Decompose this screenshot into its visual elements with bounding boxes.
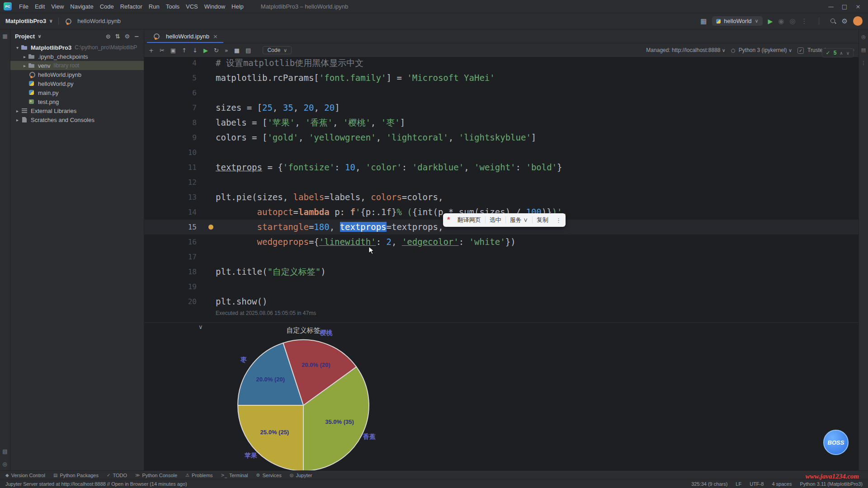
prev-cell-icon[interactable]: ∧ <box>840 51 843 56</box>
menu-tools[interactable]: Tools <box>163 2 183 11</box>
boss-overlay-badge[interactable]: BOSS <box>823 430 849 455</box>
tree-item-helloworld-ipynb[interactable]: helloWorld.ipynb <box>10 70 144 79</box>
chevron-down-icon[interactable]: ∨ <box>38 33 42 39</box>
structure-tool-icon[interactable]: ▤ <box>2 448 7 455</box>
code-line-10[interactable]: 10 <box>144 145 859 160</box>
tree-item--ipynb-checkpoints[interactable]: ▸.ipynb_checkpoints <box>10 52 144 61</box>
tree-item-matplotlibpro3[interactable]: ▾MatplotlibPro3C:\python_pro\MatplotlibP <box>10 43 144 52</box>
menu-edit[interactable]: Edit <box>32 2 48 11</box>
collapsed-arrow-icon[interactable]: ▸ <box>14 117 21 122</box>
popup-action[interactable]: 翻译网页 <box>453 216 485 223</box>
run-cell-icon[interactable]: ▶ <box>203 47 208 54</box>
cut-cell-icon[interactable]: ✂ <box>160 47 165 54</box>
toolwindow-services[interactable]: ⚙Services <box>256 473 282 478</box>
copy-cell-icon[interactable]: ▣ <box>170 47 176 54</box>
status-caret-position[interactable]: 325:34 (9 chars) <box>691 481 727 487</box>
tree-item-external-libraries[interactable]: ▸External Libraries <box>10 106 144 115</box>
coverage-button[interactable]: ◎ <box>789 17 795 25</box>
toolwindow-version-control[interactable]: ◆Version Control <box>5 473 45 478</box>
run-config-selector[interactable]: helloWorld ∨ <box>712 16 762 26</box>
menu-window[interactable]: Window <box>201 2 228 11</box>
menu-file[interactable]: File <box>16 2 32 11</box>
status-encoding[interactable]: UTF-8 <box>750 481 764 487</box>
code-line-7[interactable]: 7sizes = [25, 35, 20, 20] <box>144 100 859 115</box>
code-line-19[interactable]: 19 <box>144 279 859 294</box>
code-line-18[interactable]: 18plt.title("自定义标签") <box>144 264 859 279</box>
code-line-20[interactable]: 20plt.show() <box>144 294 859 309</box>
run-all-cells-icon[interactable]: » <box>225 47 228 54</box>
close-tab-icon[interactable]: × <box>213 33 218 40</box>
server-selector[interactable]: Managed: http://localhost:8888 ∨ <box>646 47 726 53</box>
status-interpreter[interactable]: Python 3.11 (MatplotlibPro3) <box>800 481 863 487</box>
notifications-icon[interactable]: ◎ <box>861 34 866 40</box>
trusted-checkbox[interactable]: ✓ Trusted <box>797 47 826 54</box>
code-line-12[interactable]: 12 <box>144 175 859 190</box>
code-line-13[interactable]: 13plt.pie(sizes, labels=labels, colors=c… <box>144 190 859 205</box>
status-message[interactable]: Jupyter Server started at http://localho… <box>5 481 187 487</box>
interrupt-kernel-icon[interactable]: ■ <box>234 47 240 54</box>
layout-icon[interactable]: ▦ <box>700 17 707 25</box>
toolwindow-todo[interactable]: ✓TODO <box>107 473 127 478</box>
next-cell-icon[interactable]: ∨ <box>846 51 849 56</box>
tree-item-helloworld-py[interactable]: helloWorld.py <box>10 79 144 88</box>
code-line-17[interactable]: 17 <box>144 249 859 264</box>
toolwindow-jupyter[interactable]: ◎Jupyter <box>290 473 312 478</box>
breakpoint-dot[interactable] <box>208 225 213 230</box>
menu-view[interactable]: View <box>48 2 67 11</box>
kernel-selector[interactable]: ○ Python 3 (ipykernel) ∨ <box>731 47 792 53</box>
popup-action[interactable]: 服务 ∨ <box>505 216 532 223</box>
menu-navigate[interactable]: Navigate <box>67 2 96 11</box>
minimize-icon[interactable]: — <box>825 3 837 10</box>
maximize-icon[interactable]: □ <box>838 3 851 10</box>
code-line-4[interactable]: 4# 设置matplotlib使用黑体显示中文 <box>144 56 859 70</box>
close-icon[interactable]: × <box>852 3 864 10</box>
menu-vcs[interactable]: VCS <box>183 2 201 11</box>
code-line-16[interactable]: 16 wedgeprops={'linewidth': 2, 'edgecolo… <box>144 235 859 249</box>
tree-item-main-py[interactable]: main.py <box>10 88 144 97</box>
toolwindow-python-packages[interactable]: ▤Python Packages <box>53 473 99 478</box>
code-line-6[interactable]: 6 <box>144 85 859 100</box>
search-everywhere-icon[interactable] <box>830 18 836 24</box>
tree-item-scratches-and-consoles[interactable]: ▸Scratches and Consoles <box>10 115 144 124</box>
expanded-arrow-icon[interactable]: ▾ <box>14 45 21 50</box>
code-editor[interactable]: 4# 设置matplotlib使用黑体显示中文5matplotlib.rcPar… <box>144 56 859 309</box>
status-line-ending[interactable]: LF <box>736 481 741 487</box>
user-avatar[interactable] <box>853 16 863 26</box>
code-line-11[interactable]: 11textprops = {'fontsize': 10, 'color': … <box>144 160 859 175</box>
more-tools-icon[interactable]: ⋮ <box>861 60 866 66</box>
status-indent[interactable]: 4 spaces <box>772 481 792 487</box>
toolwindow-python-console[interactable]: ≫Python Console <box>135 473 177 478</box>
collapsed-arrow-icon[interactable]: ▸ <box>21 63 28 68</box>
clear-outputs-icon[interactable]: ▤ <box>245 47 251 54</box>
code-line-8[interactable]: 8labels = ['苹果', '香蕉', '樱桃', '枣'] <box>144 115 859 130</box>
popup-action[interactable]: 复制 <box>532 216 552 223</box>
toolwindow-problems[interactable]: ⚠Problems <box>185 473 212 478</box>
sciview-tool-icon[interactable]: ▤ <box>861 47 866 53</box>
popup-action[interactable]: 选中 <box>485 216 505 223</box>
move-cell-up-icon[interactable]: ↑ <box>182 47 187 54</box>
menu-run[interactable]: Run <box>146 2 163 11</box>
inspections-widget[interactable]: ✓ 5 ∧ ∨ <box>822 48 854 57</box>
debug-button[interactable]: ◉ <box>778 17 784 25</box>
restart-kernel-icon[interactable]: ↻ <box>214 47 219 54</box>
bookmarks-tool-icon[interactable]: ◎ <box>2 461 7 467</box>
hide-panel-icon[interactable]: − <box>134 33 139 40</box>
locate-file-icon[interactable]: ⊙ <box>106 33 111 40</box>
menu-code[interactable]: Code <box>97 2 117 11</box>
tab-helloworld-ipynb[interactable]: helloWorld.ipynb × <box>147 30 223 43</box>
panel-settings-icon[interactable]: ⚙ <box>124 33 130 40</box>
more-run-options-icon[interactable]: ⋮ <box>801 17 808 25</box>
code-line-9[interactable]: 9colors = ['gold', 'yellowgreen', 'light… <box>144 130 859 145</box>
expand-collapse-icon[interactable]: ⇅ <box>115 33 120 40</box>
project-tool-icon[interactable]: ▦ <box>2 33 7 39</box>
move-cell-down-icon[interactable]: ↓ <box>193 47 198 54</box>
toolwindow-terminal[interactable]: >_Terminal <box>221 473 248 478</box>
breadcrumb[interactable]: helloWorld.ipynb <box>64 18 121 25</box>
menu-help[interactable]: Help <box>228 2 247 11</box>
menu-refactor[interactable]: Refactor <box>117 2 146 11</box>
tree-item-venv[interactable]: ▸venvlibrary root <box>10 61 144 70</box>
project-widget[interactable]: MatplotlibPro3 ∨ <box>5 18 53 24</box>
settings-gear-icon[interactable]: ⚙ <box>842 17 848 25</box>
add-cell-icon[interactable]: + <box>149 47 154 54</box>
code-line-5[interactable]: 5matplotlib.rcParams['font.family'] = 'M… <box>144 70 859 85</box>
